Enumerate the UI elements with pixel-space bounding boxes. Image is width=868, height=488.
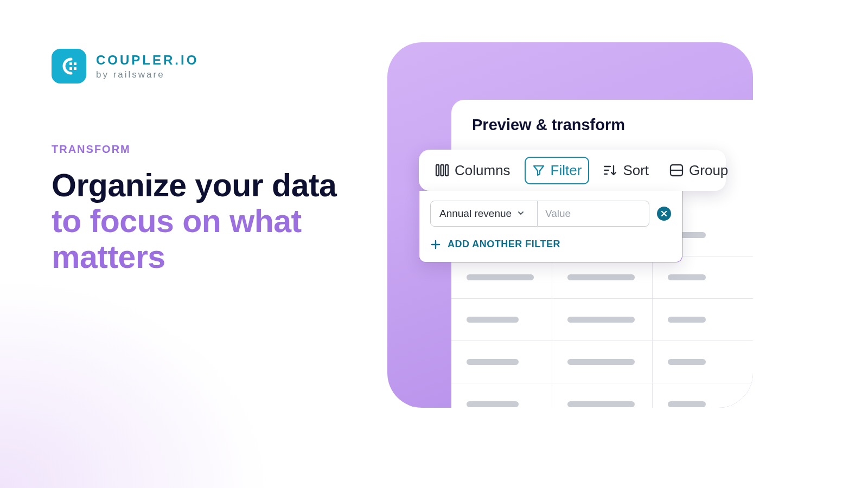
sort-icon	[603, 164, 617, 177]
remove-filter-button[interactable]	[657, 207, 671, 221]
svg-rect-3	[74, 67, 76, 70]
chevron-down-icon	[517, 208, 525, 220]
filter-field-value: Annual revenue	[439, 208, 512, 220]
headline-line-2: to focus on what matters	[52, 203, 302, 275]
svg-rect-5	[441, 165, 444, 176]
svg-rect-6	[445, 165, 448, 176]
svg-rect-1	[69, 67, 72, 70]
headline: Organize your data to focus on what matt…	[52, 168, 377, 275]
tab-group[interactable]: Group	[663, 158, 735, 183]
brand-name: COUPLER.IO	[96, 54, 199, 67]
plus-icon	[430, 239, 441, 250]
filter-field-select[interactable]: Annual revenue	[430, 201, 538, 227]
headline-line-1: Organize your data	[52, 168, 336, 203]
brand-byline: by railsware	[96, 70, 199, 79]
group-icon	[669, 164, 684, 177]
svg-rect-4	[436, 165, 439, 176]
add-filter-button[interactable]: ADD ANOTHER FILTER	[430, 239, 671, 250]
filter-dropdown-card: Annual revenue Value ADD ANOTHER FILTER	[419, 191, 682, 262]
transform-toolbar: Columns Filter Sort Group	[419, 150, 726, 191]
tab-filter[interactable]: Filter	[525, 157, 590, 184]
eyebrow-label: TRANSFORM	[52, 143, 377, 156]
tab-sort[interactable]: Sort	[597, 158, 655, 183]
filter-icon	[532, 164, 545, 177]
svg-rect-0	[69, 62, 72, 65]
svg-rect-2	[74, 62, 76, 65]
feature-illustration-panel: Preview & transform Columns Filter Sort	[387, 42, 753, 408]
columns-icon	[435, 163, 449, 177]
card-title: Preview & transform	[472, 116, 733, 134]
tab-filter-label: Filter	[551, 162, 582, 179]
close-icon	[660, 210, 668, 217]
filter-value-input[interactable]: Value	[538, 201, 649, 227]
brand-lockup: COUPLER.IO by railsware	[52, 49, 377, 84]
tab-sort-label: Sort	[623, 162, 649, 179]
tab-columns[interactable]: Columns	[429, 158, 517, 183]
tab-group-label: Group	[689, 162, 728, 179]
brand-logo-mark	[52, 49, 86, 84]
tab-columns-label: Columns	[455, 162, 510, 179]
filter-value-placeholder: Value	[545, 208, 571, 220]
add-filter-label: ADD ANOTHER FILTER	[448, 239, 560, 250]
